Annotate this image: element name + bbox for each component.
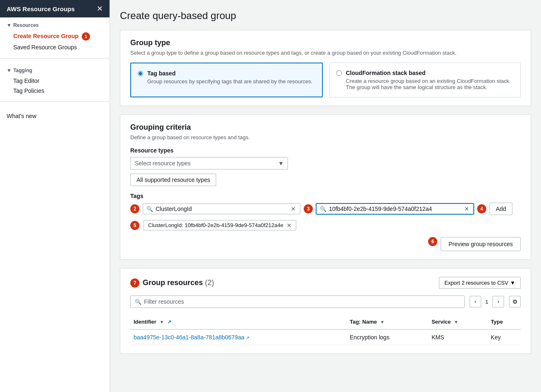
- table-header: Identifier ▼ ↗ Tag: Name ▼ Service ▼ Typ…: [130, 315, 521, 329]
- step-badge-3: 3: [304, 204, 313, 213]
- chevron-down-icon: ▼: [510, 280, 515, 286]
- step-badge-6: 6: [428, 237, 437, 246]
- sidebar-item-tag-editor[interactable]: Tag Editor: [7, 76, 103, 86]
- filter-input-wrapper[interactable]: 🔍: [130, 295, 465, 308]
- filter-resources-input[interactable]: [144, 298, 460, 305]
- whats-new-section: What's new: [0, 106, 110, 123]
- sidebar-item-create-resource-group[interactable]: Create Resource Group 1: [7, 31, 103, 42]
- resource-types-section: Resource types Select resource types ▼ A…: [130, 147, 521, 186]
- resources-table: Identifier ▼ ↗ Tag: Name ▼ Service ▼ Typ…: [130, 315, 521, 345]
- filter-search-icon: 🔍: [135, 299, 141, 305]
- filter-row: 🔍 ‹ 1 › ⚙: [130, 295, 521, 308]
- tagging-section-title: ▼ Tagging: [7, 68, 103, 73]
- tag-key-input-wrapper[interactable]: 🔍 ✕: [143, 203, 300, 214]
- prev-page-button[interactable]: ‹: [470, 296, 481, 307]
- page-number: 1: [484, 299, 490, 305]
- main-content: Create query-based group Group type Sele…: [110, 0, 541, 392]
- tag-based-label: Tag based: [147, 70, 312, 77]
- group-resources-count: (2): [205, 278, 214, 287]
- resource-types-label: Resource types: [130, 147, 521, 154]
- step-badge-2: 2: [130, 204, 139, 213]
- export-csv-button[interactable]: Export 2 resources to CSV ▼: [439, 277, 521, 289]
- next-page-button[interactable]: ›: [492, 296, 504, 307]
- sidebar-item-whats-new[interactable]: What's new: [7, 111, 103, 121]
- col-identifier: Identifier ▼ ↗: [130, 315, 346, 329]
- table-settings-button[interactable]: ⚙: [509, 296, 521, 307]
- group-resources-card: 7 Group resources (2) Export 2 resources…: [120, 268, 531, 354]
- tags-section: Tags 2 🔍 ✕ 3 🔍 ✕ 4: [130, 193, 521, 230]
- resources-section-title: ▼ Resources: [7, 22, 103, 28]
- grouping-criteria-title: Grouping criteria: [130, 123, 521, 132]
- step-badge-5: 5: [130, 221, 139, 230]
- identifier-link[interactable]: baa4975e-13c0-46a1-8a8a-781a8b0679aa↗: [134, 334, 249, 341]
- cf-based-label: CloudFormation stack based: [346, 70, 514, 76]
- col-tag-name: Tag: Name ▼: [346, 315, 428, 329]
- tag-name-sort-icon[interactable]: ▼: [380, 319, 385, 324]
- preview-group-resources-button[interactable]: Preview group resources: [441, 237, 521, 251]
- external-link-icon: ↗: [167, 319, 171, 325]
- tagging-section: ▼ Tagging Tag Editor Tag Policies: [0, 63, 110, 97]
- cf-based-radio[interactable]: [336, 70, 342, 76]
- step-badge-7: 7: [130, 278, 139, 288]
- sidebar-close-button[interactable]: ✕: [97, 5, 103, 12]
- external-link-icon: ↗: [246, 335, 249, 340]
- tag-key-clear-button[interactable]: ✕: [290, 206, 297, 212]
- resource-types-select[interactable]: Select resource types: [130, 157, 288, 169]
- all-supported-btn[interactable]: All supported resource types: [130, 174, 216, 186]
- page-title: Create query-based group: [120, 10, 531, 22]
- resources-section: ▼ Resources Create Resource Group 1 Save…: [0, 17, 110, 54]
- sidebar-title: AWS Resource Groups: [7, 5, 75, 12]
- group-type-card: Group type Select a group type to define…: [120, 30, 531, 106]
- tag-based-desc: Group resources by specifying tags that …: [147, 78, 312, 85]
- type-cell: Key: [487, 329, 521, 345]
- sidebar: AWS Resource Groups ✕ ▼ Resources Create…: [0, 0, 110, 392]
- cf-based-option[interactable]: CloudFormation stack based Create a reso…: [329, 63, 521, 97]
- pagination: ‹ 1 ›: [470, 296, 504, 307]
- identifier-cell: baa4975e-13c0-46a1-8a8a-781a8b0679aa↗: [130, 329, 346, 345]
- col-type: Type: [487, 315, 521, 329]
- service-sort-icon[interactable]: ▼: [454, 319, 458, 324]
- sidebar-item-tag-policies[interactable]: Tag Policies: [7, 86, 103, 96]
- tag-key-input[interactable]: [156, 206, 290, 212]
- group-resources-title: Group resources (2): [143, 278, 214, 287]
- tag-chip-remove-button[interactable]: ✕: [287, 223, 292, 228]
- tag-chip: ClusterLongId: 10fb4bf0-2e2b-4159-9de9-5…: [144, 220, 296, 230]
- group-type-subtitle: Select a group type to define a group ba…: [130, 50, 521, 56]
- tags-label: Tags: [130, 193, 521, 199]
- tag-chips-row: 5 ClusterLongId: 10fb4bf0-2e2b-4159-9de9…: [130, 220, 521, 230]
- sidebar-header: AWS Resource Groups ✕: [0, 0, 110, 17]
- grouping-criteria-card: Grouping criteria Define a group based o…: [120, 114, 531, 260]
- tag-value-clear-button[interactable]: ✕: [463, 206, 470, 212]
- group-type-options: Tag based Group resources by specifying …: [130, 63, 521, 97]
- search-icon-2: 🔍: [320, 206, 327, 212]
- add-tag-button[interactable]: Add: [490, 203, 512, 215]
- preview-row: 6 Preview group resources: [130, 237, 521, 251]
- col-service: Service ▼: [428, 315, 487, 329]
- tag-chip-text: ClusterLongId: 10fb4bf0-2e2b-4159-9de9-5…: [148, 222, 283, 228]
- step-badge-4: 4: [477, 204, 486, 213]
- group-type-title: Group type: [130, 39, 521, 47]
- tag-based-option[interactable]: Tag based Group resources by specifying …: [130, 63, 323, 97]
- tag-value-input[interactable]: [329, 206, 463, 212]
- group-resources-header: 7 Group resources (2) Export 2 resources…: [130, 277, 521, 289]
- sidebar-item-saved-resource-groups[interactable]: Saved Resource Groups: [7, 42, 103, 52]
- tag-based-radio[interactable]: [138, 71, 143, 76]
- grouping-criteria-subtitle: Define a group based on resource types a…: [130, 134, 521, 140]
- tags-input-row: 2 🔍 ✕ 3 🔍 ✕ 4 Add: [130, 203, 521, 215]
- service-cell: KMS: [428, 329, 487, 345]
- search-icon: 🔍: [146, 206, 153, 212]
- resource-types-select-wrapper: Select resource types ▼: [130, 157, 288, 169]
- identifier-sort-icon[interactable]: ▼: [160, 319, 164, 324]
- tag-name-cell: Encryption logs: [346, 329, 428, 345]
- table-row: baa4975e-13c0-46a1-8a8a-781a8b0679aa↗ En…: [130, 329, 521, 345]
- resources-table-body: baa4975e-13c0-46a1-8a8a-781a8b0679aa↗ En…: [130, 329, 521, 345]
- step-badge-1: 1: [82, 32, 90, 41]
- tag-value-input-wrapper[interactable]: 🔍 ✕: [316, 203, 474, 214]
- cf-based-desc: Create a resource group based on an exis…: [346, 78, 514, 90]
